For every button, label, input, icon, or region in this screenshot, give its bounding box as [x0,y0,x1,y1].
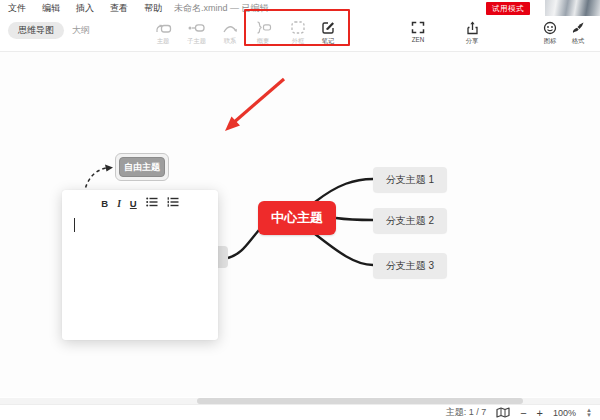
topic-count: 主题: 1 / 7 [446,406,487,419]
boundary-label: 外框 [292,37,305,46]
relationship-label: 联系 [224,37,237,46]
central-topic[interactable]: 中心主题 [258,201,336,235]
zen-label: ZEN [412,36,425,42]
menu-file[interactable]: 文件 [0,2,34,15]
zen-button[interactable]: ZEN [401,19,435,51]
zoom-stepper[interactable]: ▲▼ [586,408,592,417]
branch-topic-2[interactable]: 分支主题 2 [373,208,447,233]
italic-button[interactable]: I [117,198,121,210]
summary-label: 概要 [257,37,270,46]
chevron-down-icon: ▼ [586,413,592,418]
xmind-app-window: 文件 编辑 插入 查看 帮助 未命名.xmind — 已编辑 试用模式 思维导图… [0,0,600,420]
underline-button[interactable]: U [130,198,137,210]
note-editor-popup[interactable]: B I U [62,190,218,340]
share-label: 分享 [466,37,479,46]
sticker-label: 图标 [544,37,557,46]
trial-mode-badge: 试用模式 [486,2,530,15]
format-label: 格式 [572,37,585,46]
menu-bar: 文件 编辑 插入 查看 帮助 未命名.xmind — 已编辑 试用模式 [0,0,600,16]
mindmap-canvas[interactable]: 自由主题 中心主题 分支主题 1 分支主题 2 分支主题 3 B I U [0,52,600,397]
note-format-toolbar: B I U [62,197,218,210]
fit-map-icon[interactable] [496,407,510,418]
topic-button[interactable]: 主题 [146,19,180,51]
zoom-out-button[interactable]: − [520,408,526,418]
subtopic-button[interactable]: 子主题 [179,19,213,51]
relationship-button[interactable]: 联系 [213,19,247,51]
zoom-level[interactable]: 100% [553,408,576,418]
subtopic-label: 子主题 [187,37,206,46]
numbered-list-icon[interactable] [167,197,179,210]
desktop-wallpaper-fragment [545,0,600,16]
topic-icon [155,19,172,36]
menu-view[interactable]: 查看 [102,2,136,15]
format-button[interactable]: 格式 [561,19,595,51]
branch-topic-3[interactable]: 分支主题 3 [373,253,447,278]
bullet-list-icon[interactable] [146,197,158,210]
note-label: 笔记 [322,37,335,46]
menu-insert[interactable]: 插入 [68,2,102,15]
boundary-icon [291,19,305,36]
document-title: 未命名.xmind — 已编辑 [174,2,269,15]
summary-icon [254,19,272,36]
status-bar: 主题: 1 / 7 − + 100% ▲▼ [0,404,600,420]
branch-topic-1[interactable]: 分支主题 1 [373,167,447,192]
zoom-in-button[interactable]: + [537,408,543,418]
boundary-button[interactable]: 外框 [281,19,315,51]
menu-help[interactable]: 帮助 [136,2,170,15]
topic-label: 主题 [157,37,170,46]
note-button[interactable]: 笔记 [311,19,345,51]
free-topic[interactable]: 自由主题 [119,157,165,177]
relationship-icon [222,19,238,36]
share-button[interactable]: 分享 [455,19,489,51]
toolbar: 思维导图 大纲 主题 子主题 [0,16,600,52]
subtopic-icon [188,19,205,36]
zen-icon [411,19,425,36]
tab-mindmap[interactable]: 思维导图 [8,22,64,39]
bold-button[interactable]: B [101,198,108,210]
tab-outline[interactable]: 大纲 [62,22,100,39]
share-icon [466,19,479,36]
format-icon [571,19,585,36]
note-icon [321,19,335,36]
text-cursor [74,218,75,232]
menu-edit[interactable]: 编辑 [34,2,68,15]
sticker-icon [543,19,557,36]
summary-button[interactable]: 概要 [246,19,280,51]
